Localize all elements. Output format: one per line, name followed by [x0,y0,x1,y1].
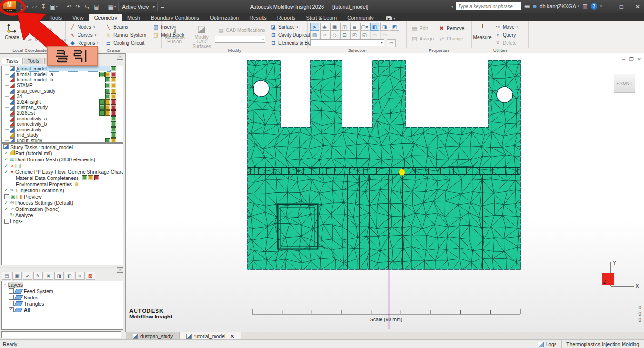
ribbon-tab-results[interactable]: Results [244,14,272,21]
close-button[interactable]: ✕ [635,3,640,10]
project-tree-item[interactable]: connectivity_b [2,121,123,127]
model-viewport[interactable]: Scale (90 mm) ─ ❐ ✕ FRONT AUTODESK Moldf… [126,53,644,332]
ghost-a-button[interactable]: ▭ [370,31,379,39]
project-tree-item[interactable]: uncut_study [2,138,123,143]
qat-share-link-button[interactable]: ⇆ [83,3,91,10]
select-cursor-button[interactable]: ➤ [310,23,319,31]
study-task-item[interactable]: ✓◕Fill [2,162,123,169]
facet-a-button[interactable]: ◧ [370,23,379,31]
qat-undo-button[interactable]: ↶ [65,3,73,10]
delete-layer-button[interactable]: ✖ [44,272,53,280]
assign-button[interactable]: ▤Assign [411,35,434,43]
layer-checkbox[interactable] [9,301,14,306]
new-folder-button[interactable]: ▣ [12,272,22,280]
facet-b-button[interactable]: ◨ [380,23,389,31]
modify-cad-surfaces-button[interactable]: ◪ Modify CAD Surfaces [189,22,214,49]
select-node-button[interactable]: ◇ [330,31,339,39]
cad-modifications-combo[interactable]: ▾ [215,36,265,43]
select-circle-button[interactable]: ◉ [320,23,329,31]
search-icon[interactable]: ◉◉ [524,4,529,9]
selection-option-button[interactable]: ▭ [387,39,396,47]
modeling-plane-button[interactable]: ▱ Modeling Plane [27,36,68,44]
ribbon-tab-boundary-conditions[interactable]: Boundary Conditions [146,14,205,21]
ghost-b-button[interactable]: ▭ [380,31,389,39]
study-task-item[interactable]: ✓Part (tutorial.mfl) [2,150,123,156]
nodes-button[interactable]: ╱Nodes▾ [69,23,98,31]
qat-redo-button[interactable]: ↷ [74,3,82,10]
ribbon-video-menu[interactable]: ▶▾ [383,16,398,21]
layer-item[interactable]: Nodes [2,294,123,300]
query-button[interactable]: ⌖Query [495,31,518,39]
mesh-canvas[interactable]: Scale (90 mm) [126,53,644,332]
curves-button[interactable]: ∿Curves▾ [69,31,98,39]
search-collapse-icon[interactable]: ◂ [451,4,453,9]
mdi-restore-icon[interactable]: ❐ [629,57,634,62]
cad-modifications-button[interactable]: ▤ CAD Modifications [218,26,265,34]
project-tree-item[interactable]: 2024insight [2,99,123,105]
qat-view-grid-button[interactable]: ▦▾ [107,3,117,10]
layer-item[interactable]: Triangles [2,300,123,307]
study-task-item[interactable]: ↻Analyze [2,212,123,218]
mdi-minimize-icon[interactable]: ─ [622,57,625,62]
study-task-item[interactable]: ✓♦Generic PP Easy Flow: Generic Shrinkag… [2,169,123,175]
checkbox[interactable] [4,219,9,224]
ribbon-tab-mesh[interactable]: Mesh [122,14,146,21]
expand-layer-button[interactable]: ⌗ [75,272,85,280]
qat-new-button[interactable]: ▢▾ [19,3,29,10]
assign-layer-button[interactable]: ◨ [54,272,64,280]
select-region-button[interactable]: ▢▾ [360,23,369,31]
ribbon-tab-home[interactable]: Home [20,14,44,21]
expand-selection-button[interactable]: ◫ [340,23,349,31]
cooling-circuit-button[interactable]: ☰Cooling Circuit [105,39,146,47]
project-tree-item[interactable]: tutorial_model _a [2,72,123,78]
project-tree-item[interactable]: mid_study [2,132,123,138]
qat-import-button[interactable]: ↧ [39,3,47,10]
active-view-combo[interactable]: Active View▾ [118,2,158,11]
delete-button[interactable]: ✕Delete [495,39,518,47]
logs-button[interactable]: Logs [533,340,561,348]
study-task-item[interactable]: Material Data Completeness [2,175,123,181]
checkbox[interactable] [4,194,9,199]
ribbon-tab-optimization[interactable]: Optimization [205,14,244,21]
project-tree-item[interactable]: tutorial_model _b [2,77,123,83]
runner-system-button[interactable]: ⋔Runner System [105,31,146,39]
selection-filter-combo[interactable]: ▾ [310,39,384,46]
mdi-close-icon[interactable]: ✕ [637,57,641,62]
study-task-item[interactable]: Environmental Properties [2,181,123,187]
move-button[interactable]: ↪Move▾ [495,23,518,31]
project-tree-item[interactable]: tutorial_model [2,66,123,72]
project-tree-item[interactable]: STAMP [2,83,123,89]
project-tree-item[interactable]: snap_cover_study [2,88,123,94]
qat-print-button[interactable]: ▤ [92,3,100,10]
activate-layer-button[interactable]: ✔ [23,272,32,280]
activate-button[interactable]: ⊹ Activate [27,25,52,33]
document-tab-tutorial_model[interactable]: tutorial_model✕ [180,332,241,340]
select-assoc-button[interactable]: ◱ [360,31,369,39]
select-props-button[interactable]: ▧ [310,31,319,39]
project-tree-item[interactable]: connectivity [2,127,123,133]
select-grey-button[interactable]: ◰ [350,31,359,39]
qat-open-button[interactable]: ▱ [31,3,38,10]
ribbon-tab-start-learn[interactable]: Start & Learn [301,14,342,21]
ribbon-tab-view[interactable]: View [67,14,89,21]
new-layer-button[interactable]: ▤ [2,272,11,280]
ribbon-tab-reports[interactable]: Reports [272,14,301,21]
edit-button[interactable]: ▤Edit [411,24,434,32]
select-layers-button[interactable]: ≣ [350,23,359,31]
document-tab-dustpan_study[interactable]: dustpan_study [126,332,180,340]
qat-customize-button[interactable]: = [159,3,166,10]
beams-button[interactable]: ╲Beams [105,23,146,31]
study-task-item[interactable]: ✓↗Optimization (None) [2,206,123,212]
study-task-item[interactable]: ✓⊛Process Settings (Default) [2,199,123,206]
application-menu-button[interactable]: M SYN [3,1,16,12]
study-task-item[interactable]: ✓✎1 Injection Location(s) [2,187,123,193]
ribbon-tab-community[interactable]: Community [342,14,379,21]
select-box-button[interactable]: ▣ [330,23,339,31]
project-tree-item[interactable]: dustpan_study [2,105,123,110]
autodesk-fusion-button[interactable]: F Autodesk Fusion [164,22,185,44]
study-task-item[interactable]: ▣Fill Preview [2,193,123,199]
study-task-item[interactable]: ✓▦Dual Domain Mesh (3630 elements) [2,156,123,162]
select-stack-button[interactable]: ≋ [320,31,329,39]
project-tree-item[interactable]: 2026test [2,110,123,116]
search-input[interactable] [456,2,521,10]
